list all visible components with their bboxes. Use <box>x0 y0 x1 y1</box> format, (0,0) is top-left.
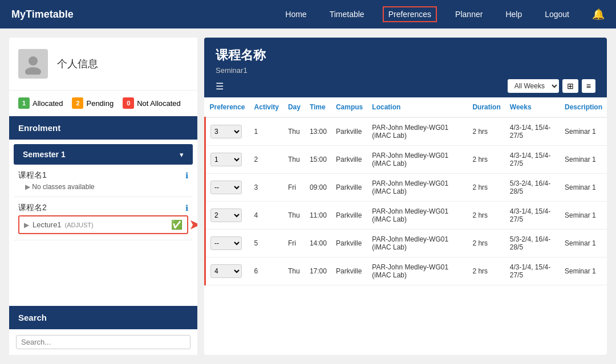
table-row: --123454Thu11:00ParkvillePAR-John Medley… <box>205 202 607 230</box>
time-cell: 09:00 <box>305 174 331 202</box>
not-allocated-badge: 0 Not Allocated <box>123 97 181 109</box>
course-info-icon-2[interactable]: ℹ <box>185 203 188 212</box>
activity-cell: 4 <box>250 202 283 230</box>
course-item-1: 课程名1 ℹ ▶ No classes available <box>14 165 193 197</box>
table-row: --123451Thu13:00ParkvillePAR-John Medley… <box>205 117 607 146</box>
weeks-cell: 4/3-1/4, 15/4-27/5 <box>505 257 560 285</box>
search-label: Search <box>18 313 47 322</box>
course-no-classes-1: ▶ No classes available <box>18 183 188 191</box>
pending-label: Pending <box>86 99 114 108</box>
pending-count: 2 <box>72 97 83 109</box>
course-name-2: 课程名2 ℹ <box>18 203 188 213</box>
course-item-2: 课程名2 ℹ ▶ Lecture1 (ADJUST) ✅ ➤ <box>14 197 193 240</box>
table-body: --123451Thu13:00ParkvillePAR-John Medley… <box>205 117 607 285</box>
header: MyTimetable Home Timetable Preferences P… <box>0 0 616 28</box>
activity-cell: 6 <box>250 257 283 285</box>
time-cell: 17:00 <box>305 257 331 285</box>
not-allocated-count: 0 <box>123 97 134 109</box>
lecture-expand-icon: ▶ <box>24 221 29 229</box>
svg-point-0 <box>29 56 38 66</box>
pref-cell: --12345 <box>205 257 250 285</box>
semester-collapse-icon[interactable]: ▾ <box>180 150 184 159</box>
description-cell: Seminar 1 <box>560 202 607 230</box>
content-header: 课程名称 Seminar1 ☰ All Weeks ⊞ ≡ <box>204 38 607 97</box>
time-cell: 11:00 <box>305 202 331 230</box>
course-name-1: 课程名1 ℹ <box>18 170 188 181</box>
pref-cell: --12345 <box>205 117 250 146</box>
nav-help[interactable]: Help <box>501 7 526 21</box>
course-info-icon-1[interactable]: ℹ <box>185 171 188 180</box>
not-allocated-label: Not Allocated <box>137 99 181 108</box>
semester-section[interactable]: Semester 1 ▾ <box>14 144 193 165</box>
nav-logout[interactable]: Logout <box>540 7 574 21</box>
list-view-button[interactable]: ≡ <box>582 79 595 93</box>
col-description: Description <box>560 97 607 117</box>
pref-select-3[interactable]: --12345 <box>210 181 242 194</box>
nav-preferences[interactable]: Preferences <box>383 6 437 22</box>
course-title-2: 课程名2 <box>18 203 47 213</box>
allocated-label: Allocated <box>33 99 63 108</box>
table-row: --123453Fri09:00ParkvillePAR-John Medley… <box>205 174 607 202</box>
campus-cell: Parkville <box>331 117 367 146</box>
table-header: Preference Activity Day Time Campus Loca… <box>205 97 607 117</box>
main-container: 个人信息 1 Allocated 2 Pending 0 Not Allocat… <box>9 38 607 355</box>
location-cell: PAR-John Medley-WG01 (iMAC Lab) <box>367 230 468 257</box>
activity-cell: 3 <box>250 174 283 202</box>
activity-cell: 2 <box>250 146 283 174</box>
app-logo: MyTimetable <box>11 9 74 21</box>
day-cell: Fri <box>283 174 305 202</box>
campus-cell: Parkville <box>331 146 367 174</box>
enrolment-section: Enrolment <box>9 116 197 140</box>
red-arrow-icon: ➤ <box>189 218 197 232</box>
weeks-cell: 4/3-1/4, 15/4-27/5 <box>505 202 560 230</box>
pref-cell: --12345 <box>205 146 250 174</box>
pref-select-6[interactable]: --12345 <box>210 264 242 278</box>
adjust-label: (ADJUST) <box>65 222 94 228</box>
location-cell: PAR-John Medley-WG01 (iMAC Lab) <box>367 174 468 202</box>
pref-cell: --12345 <box>205 230 250 257</box>
description-cell: Seminar 1 <box>560 230 607 257</box>
col-campus: Campus <box>331 97 367 117</box>
weeks-dropdown[interactable]: All Weeks <box>508 79 559 93</box>
filter-icon[interactable]: ☰ <box>216 81 224 92</box>
main-nav: Home Timetable Preferences Planner Help … <box>281 6 605 22</box>
description-cell: Seminar 1 <box>560 117 607 146</box>
day-cell: Thu <box>283 117 305 146</box>
col-time: Time <box>305 97 331 117</box>
grid-view-button[interactable]: ⊞ <box>562 79 578 93</box>
campus-cell: Parkville <box>331 230 367 257</box>
pref-select-1[interactable]: --12345 <box>210 125 242 138</box>
table-row: --123456Thu17:00ParkvillePAR-John Medley… <box>205 257 607 285</box>
search-input[interactable] <box>21 338 185 346</box>
col-activity: Activity <box>250 97 283 117</box>
activity-cell: 5 <box>250 230 283 257</box>
weeks-cell: 5/3-2/4, 16/4-28/5 <box>505 230 560 257</box>
semester-label: Semester 1 <box>23 150 66 159</box>
filter-row: ☰ All Weeks ⊞ ≡ <box>216 79 595 93</box>
allocated-badge: 1 Allocated <box>18 97 63 109</box>
course-title-cn: 课程名称 <box>216 47 595 64</box>
pref-select-4[interactable]: --12345 <box>210 208 242 222</box>
duration-cell: 2 hrs <box>468 257 505 285</box>
pref-select-5[interactable]: --12345 <box>210 236 242 250</box>
duration-cell: 2 hrs <box>468 202 505 230</box>
pref-cell: --12345 <box>205 202 250 230</box>
nav-timetable[interactable]: Timetable <box>325 7 369 21</box>
pref-cell: --12345 <box>205 174 250 202</box>
avatar <box>18 49 48 79</box>
lecture-row[interactable]: ▶ Lecture1 (ADJUST) ✅ ➤ <box>18 215 188 234</box>
description-cell: Seminar 1 <box>560 174 607 202</box>
time-cell: 15:00 <box>305 146 331 174</box>
pending-badge: 2 Pending <box>72 97 114 109</box>
duration-cell: 2 hrs <box>468 230 505 257</box>
nav-planner[interactable]: Planner <box>451 7 487 21</box>
notification-bell-icon[interactable]: 🔔 <box>592 8 605 21</box>
col-location: Location <box>367 97 468 117</box>
enrolment-label: Enrolment <box>18 123 60 133</box>
nav-home[interactable]: Home <box>281 7 311 21</box>
pref-select-2[interactable]: --12345 <box>210 153 242 166</box>
timetable: Preference Activity Day Time Campus Loca… <box>204 97 607 285</box>
location-cell: PAR-John Medley-WG01 (iMAC Lab) <box>367 146 468 174</box>
time-cell: 13:00 <box>305 117 331 146</box>
location-cell: PAR-John Medley-WG01 (iMAC Lab) <box>367 202 468 230</box>
